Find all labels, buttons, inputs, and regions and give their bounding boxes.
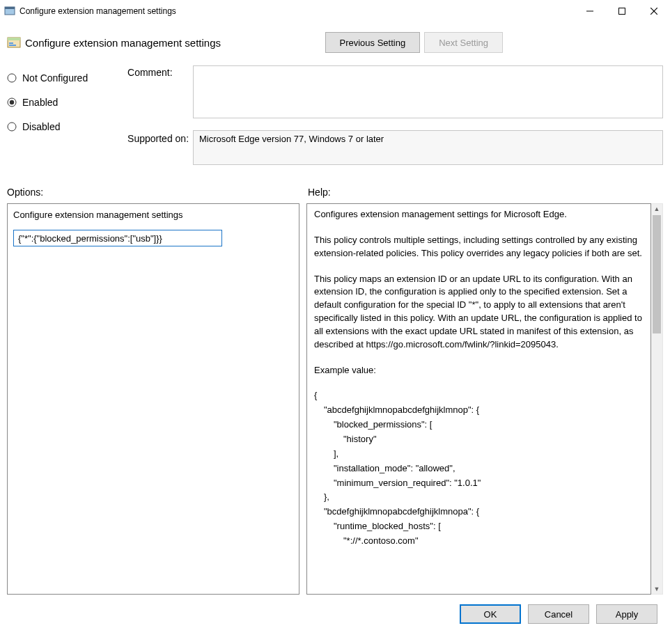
help-code: ], — [314, 448, 644, 461]
help-code: "history" — [314, 433, 644, 446]
header-row: Configure extension management settings … — [0, 32, 670, 53]
comment-label: Comment: — [127, 65, 193, 90]
help-code: "installation_mode": "allowed", — [314, 462, 644, 476]
close-icon — [650, 8, 657, 15]
state-radio-group: Not Configured Enabled Disabled — [7, 65, 127, 167]
options-pane-title: Configure extension management settings — [13, 210, 293, 220]
svg-point-13 — [8, 123, 16, 131]
help-code: "minimum_version_required": "1.0.1" — [314, 477, 644, 490]
help-text: This policy maps an extension ID or an u… — [314, 273, 644, 352]
window-buttons — [574, 0, 670, 22]
window: Configure extension management settings … — [0, 0, 670, 644]
svg-point-12 — [10, 100, 14, 104]
radio-disabled[interactable]: Disabled — [7, 114, 127, 139]
maximize-button[interactable] — [606, 0, 638, 22]
help-pane: Configures extension management settings… — [306, 203, 651, 595]
radio-icon — [7, 97, 17, 107]
titlebar: Configure extension management settings — [0, 0, 670, 22]
help-code: "bcdefghijklmnopabcdefghijklmnopa": { — [314, 505, 644, 519]
help-text: Configures extension management settings… — [314, 208, 644, 221]
radio-not-configured[interactable]: Not Configured — [7, 65, 127, 90]
supported-label: Supported on: — [127, 132, 193, 156]
radio-enabled[interactable]: Enabled — [7, 90, 127, 114]
radio-icon — [7, 73, 17, 83]
help-text: This policy controls multiple settings, … — [314, 234, 644, 260]
close-button[interactable] — [638, 0, 670, 22]
minimize-button[interactable] — [574, 0, 606, 22]
help-scrollbar[interactable]: ▲ ▼ — [651, 203, 663, 595]
scroll-up-icon: ▲ — [651, 204, 662, 214]
field-inputs — [193, 65, 663, 167]
pane-labels: Options: Help: — [0, 187, 670, 198]
svg-point-10 — [8, 74, 16, 82]
options-pane: Configure extension management settings — [7, 203, 299, 595]
nav-buttons: Previous Setting Next Setting — [325, 32, 504, 53]
help-code: }, — [314, 491, 644, 504]
svg-rect-7 — [8, 38, 20, 40]
help-code: "runtime_blocked_hosts": [ — [314, 520, 644, 533]
supported-on-field — [193, 130, 663, 165]
help-wrap: Configures extension management settings… — [306, 203, 663, 595]
radio-label: Not Configured — [22, 72, 88, 84]
svg-rect-9 — [9, 45, 16, 46]
header-title: Configure extension management settings — [25, 37, 221, 49]
help-code: "*://*.contoso.com" — [314, 535, 644, 548]
previous-setting-button[interactable]: Previous Setting — [325, 32, 421, 53]
options-label: Options: — [7, 187, 308, 198]
policy-icon — [7, 36, 21, 49]
help-code: "abcdefghijklmnopabcdefghijklmnop": { — [314, 404, 644, 417]
panes: Configure extension management settings … — [0, 203, 670, 595]
help-label: Help: — [308, 187, 331, 198]
help-code: "blocked_permissions": [ — [314, 418, 644, 432]
window-title: Configure extension management settings — [20, 6, 574, 16]
radio-label: Enabled — [22, 97, 58, 108]
scroll-thumb[interactable] — [653, 215, 661, 333]
config-area: Not Configured Enabled Disabled Comm — [0, 65, 670, 167]
footer-buttons: OK Cancel Apply — [0, 595, 670, 624]
apply-button[interactable]: Apply — [596, 604, 657, 624]
app-icon — [4, 6, 15, 17]
ok-button[interactable]: OK — [460, 604, 521, 624]
minimize-icon — [586, 8, 593, 15]
comment-input[interactable] — [193, 65, 663, 118]
help-code: { — [314, 389, 644, 402]
cancel-button[interactable]: Cancel — [528, 604, 589, 624]
next-setting-button: Next Setting — [424, 32, 503, 53]
scroll-down-icon: ▼ — [651, 584, 662, 594]
radio-label: Disabled — [22, 121, 60, 132]
svg-rect-1 — [5, 7, 15, 9]
radio-icon — [7, 122, 17, 132]
svg-rect-8 — [9, 42, 13, 44]
maximize-icon — [618, 8, 625, 15]
field-labels: Comment: Supported on: — [127, 65, 193, 167]
help-text: Example value: — [314, 364, 644, 377]
svg-rect-3 — [619, 8, 625, 15]
extension-settings-input[interactable] — [13, 230, 222, 246]
